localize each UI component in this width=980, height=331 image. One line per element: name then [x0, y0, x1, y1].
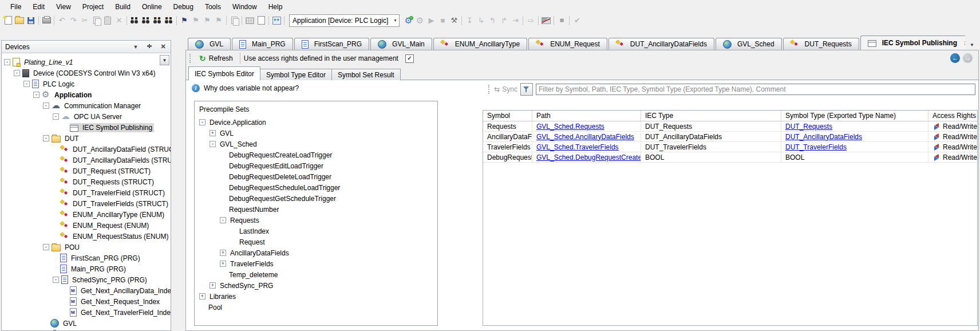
symbol-type-link[interactable]: DUT_TravelerFields — [785, 143, 847, 151]
breakpoint-icon[interactable]: ⚒ — [448, 15, 460, 26]
ps-item[interactable]: Temp_deleteme — [195, 269, 437, 280]
tree-item-dut[interactable]: DUT_Request (STRUCT) — [2, 166, 171, 176]
pin-icon[interactable] — [145, 43, 153, 51]
tree-item-dut[interactable]: DUT_TravelerFields (STRUCT) — [2, 198, 171, 209]
tree-item-enum[interactable]: ENUM_Request (ENUM) — [2, 220, 171, 231]
save-icon[interactable] — [25, 15, 37, 26]
tree-item-enum[interactable]: ENUM_RequestStatus (ENUM) — [2, 231, 171, 242]
new-file-icon[interactable] — [2, 15, 14, 26]
redo-icon[interactable]: ↷ — [68, 15, 79, 26]
ps-item[interactable]: - Device.Application — [195, 117, 437, 128]
device-dropdown-icon[interactable]: ▼ — [160, 55, 169, 65]
column-access-rights[interactable]: Access Rights — [928, 111, 977, 121]
tab-enum-request[interactable]: ENUM_Request — [528, 38, 607, 50]
delete-icon[interactable]: ✕ — [113, 15, 125, 26]
path-link[interactable]: GVL_Sched.AncillaryDataFields — [536, 133, 634, 141]
symbol-type-link[interactable]: DUT_AncillaryDataFields — [785, 133, 862, 141]
path-link[interactable]: GVL_Sched.Requests — [536, 123, 604, 131]
forward-icon[interactable]: → — [963, 53, 973, 63]
replace-icon[interactable] — [140, 15, 152, 26]
tree-item-dut[interactable]: DUT_AncillaryDataField (STRUCT) — [2, 144, 171, 155]
expand-icon[interactable]: + — [220, 261, 226, 267]
login-icon[interactable]: ⚙ — [402, 15, 414, 26]
collapse-icon[interactable]: - — [43, 135, 49, 141]
expand-icon[interactable]: + — [220, 250, 226, 256]
tree-item-communication-manager[interactable]: - Communication Manager — [2, 100, 171, 111]
tab-enum-ancillarytype[interactable]: ENUM_AncillaryType — [433, 38, 527, 50]
tab-iec-symbol-publishing[interactable]: IEC Symbol Publishing ✕ — [860, 36, 965, 50]
ps-item[interactable]: Pool — [195, 302, 437, 313]
ps-item[interactable]: + TravelerFields — [195, 258, 437, 269]
replace-in-project-icon[interactable] — [163, 15, 175, 26]
column-iec-type[interactable]: IEC Type — [641, 111, 781, 121]
tab-dut-requests[interactable]: DUT_Requests — [783, 38, 859, 50]
back-icon[interactable]: ← — [950, 53, 960, 63]
build-icon[interactable]: ++ — [271, 15, 282, 26]
ps-item[interactable]: + SchedSync_PRG — [195, 280, 437, 291]
tree-item-partial[interactable] — [2, 329, 171, 330]
tree-item-device[interactable]: - Device (CODESYS Control Win V3 x64) — [2, 68, 171, 78]
table-row[interactable]: AncillaryDataFields GVL_Sched.AncillaryD… — [483, 132, 977, 142]
ps-item[interactable]: - GVL_Sched — [195, 139, 437, 149]
collapse-icon[interactable]: - — [220, 217, 226, 223]
toolbar-grip[interactable] — [488, 85, 491, 94]
tab-symbol-set-result[interactable]: Symbol Set Result — [331, 69, 401, 80]
ps-item[interactable]: DebugRequestCreateLoadTrigger — [195, 149, 437, 160]
tree-item-method[interactable]: Get_Next_Request_Index — [2, 296, 171, 307]
accept-changes-icon[interactable]: ✔ — [571, 15, 583, 26]
close-panel-icon[interactable]: ✕ — [159, 43, 167, 51]
tree-item-enum[interactable]: ENUM_AncillaryType (ENUM) — [2, 209, 171, 220]
ps-item[interactable]: + GVL — [195, 128, 437, 139]
previous-bookmark-icon[interactable]: ⚑ — [190, 15, 201, 26]
collapse-icon[interactable]: - — [199, 119, 206, 125]
display-mode-icon[interactable] — [540, 15, 552, 26]
step-over-icon[interactable]: ↧ — [464, 15, 475, 26]
tree-item-plc-logic[interactable]: - PLC Logic — [2, 78, 171, 89]
ps-item[interactable]: - Requests — [195, 215, 437, 226]
table-row[interactable]: TravelerFields GVL_Sched.TravelerFields … — [483, 142, 977, 152]
expand-icon[interactable]: + — [210, 130, 216, 136]
toolbar-grip[interactable] — [189, 54, 192, 63]
collapse-icon[interactable]: - — [53, 277, 59, 283]
tree-item-application[interactable]: - Application — [2, 89, 171, 100]
table-dropdown-icon[interactable] — [244, 15, 255, 26]
collapse-icon[interactable]: - — [33, 92, 39, 98]
menu-online[interactable]: Online — [136, 1, 168, 13]
menu-debug[interactable]: Debug — [168, 1, 199, 13]
expand-icon[interactable]: + — [210, 282, 216, 289]
column-symbol-type[interactable]: Symbol Type (Exported Type Name) — [781, 111, 928, 121]
ps-item[interactable]: DebugRequestScheduleLoadTrigger — [195, 182, 437, 193]
open-project-icon[interactable] — [14, 15, 25, 26]
collapse-icon[interactable]: - — [4, 59, 10, 65]
tree-item-dut[interactable]: DUT_Requests (STRUCT) — [2, 176, 171, 187]
tree-item-dut[interactable]: DUT_AncillaryDataFields (STRUCT) — [2, 155, 171, 166]
symbol-type-link[interactable]: DUT_Requests — [785, 123, 832, 131]
tree-item-pou-folder[interactable]: - POU — [2, 242, 171, 253]
find-icon[interactable] — [129, 15, 140, 26]
tree-item-project[interactable]: - Plating_Line_v1 — [2, 57, 171, 68]
filter-input[interactable] — [536, 84, 975, 95]
menu-window[interactable]: Window — [227, 1, 263, 13]
menu-view[interactable]: View — [50, 1, 77, 13]
column-path[interactable]: Path — [532, 111, 641, 121]
cut-icon[interactable]: ✂ — [79, 15, 90, 26]
menu-project[interactable]: Project — [77, 1, 109, 13]
ps-item[interactable]: + AncillaryDataFields — [195, 247, 437, 258]
tree-item-method[interactable]: Get_Next_TravelerField_Index — [2, 307, 171, 318]
menu-help[interactable]: Help — [263, 1, 289, 13]
tab-iec-symbols-editor[interactable]: IEC Symbols Editor — [188, 66, 260, 80]
tree-item-prg[interactable]: Main_PRG (PRG) — [2, 263, 171, 274]
ps-item[interactable]: Request — [195, 237, 437, 247]
step-into-icon[interactable]: ↳ — [475, 15, 487, 26]
close-tab-icon[interactable]: ✕ — [964, 40, 965, 46]
tab-gvl[interactable]: GVL — [188, 38, 231, 50]
column-symbol[interactable]: Symbol — [483, 111, 532, 121]
info-icon[interactable]: i — [192, 84, 200, 92]
undo-icon[interactable]: ↶ — [56, 15, 68, 26]
collapse-icon[interactable]: - — [23, 81, 30, 87]
application-selector[interactable]: Application [Device: PLC Logic] ▾ — [289, 14, 400, 27]
properties-icon[interactable] — [228, 15, 240, 26]
tab-main-prg[interactable]: Main_PRG — [232, 38, 293, 50]
tree-item-gvl[interactable]: GVL — [2, 318, 171, 329]
sort-icon[interactable]: ≡ — [556, 15, 567, 26]
